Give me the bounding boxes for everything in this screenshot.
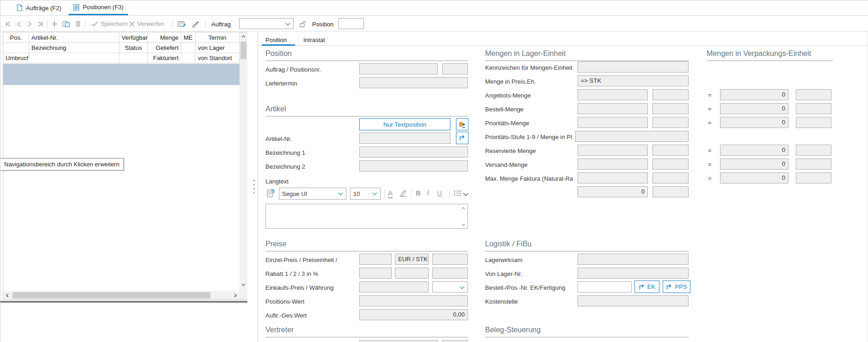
vpe-field-4b[interactable] — [796, 145, 831, 156]
copy-record-button[interactable] — [61, 18, 71, 30]
col-von-standort[interactable]: von Standort — [196, 53, 240, 63]
langtext-textarea[interactable] — [265, 204, 468, 229]
scroll-right-arrow[interactable] — [231, 291, 240, 299]
highlight-pen-button[interactable] — [399, 189, 407, 198]
font-size-select[interactable]: 10 — [350, 188, 381, 200]
vpe-field-3b[interactable] — [796, 117, 831, 128]
col-termin[interactable]: Termin — [196, 33, 240, 43]
vpe-field-5[interactable]: 0 — [720, 159, 788, 170]
bezeichnung1-field[interactable] — [359, 147, 468, 158]
vpe-field-4[interactable]: 0 — [720, 145, 788, 156]
scroll-down-arrow[interactable] — [240, 281, 247, 289]
print-edit-button[interactable] — [176, 18, 187, 30]
col-pos[interactable]: Pos. — [3, 33, 29, 43]
col-status[interactable]: Status — [119, 43, 148, 53]
nav-collapse-handle[interactable] — [252, 180, 256, 194]
artikel-nr-field[interactable] — [359, 133, 450, 144]
scroll-left-arrow[interactable] — [3, 291, 12, 299]
selected-row[interactable] — [3, 64, 240, 85]
first-record-button[interactable] — [4, 18, 12, 30]
col-von-lager[interactable]: von Lager — [196, 43, 240, 53]
preiseinheit-field[interactable]: EUR / STK — [395, 254, 429, 265]
lagerwirksam-field[interactable] — [578, 254, 689, 265]
position-input[interactable] — [339, 18, 364, 29]
discard-button[interactable]: Verwerfen — [124, 18, 169, 30]
max-menge-field[interactable] — [578, 172, 648, 183]
bestell-pos-nr-field[interactable] — [578, 281, 632, 293]
prioritaets-menge-field[interactable] — [578, 117, 648, 128]
tab-auftraege[interactable]: Aufträge (F2) — [12, 0, 66, 15]
reservierte-menge-field2[interactable] — [653, 145, 689, 156]
vpe-field-1b[interactable] — [796, 89, 831, 100]
col-fakturiert[interactable]: Fakturiert — [148, 53, 181, 63]
rabatt3-field[interactable] — [432, 268, 468, 279]
bestell-menge-field2[interactable] — [653, 103, 689, 114]
col-menge[interactable]: Menge — [148, 33, 181, 43]
preis-faktor-field[interactable] — [432, 254, 468, 265]
textarea-scroll-down[interactable] — [460, 221, 467, 228]
nav-vscrollbar[interactable] — [240, 32, 247, 299]
col-bezeichnung[interactable]: Bezeichnung — [29, 43, 119, 53]
edit-strike-button[interactable] — [190, 18, 201, 30]
vpe-field-3[interactable]: 0 — [720, 117, 788, 128]
last-record-button[interactable] — [36, 18, 44, 30]
col-artikel-nr[interactable]: Artikel-Nr. — [29, 33, 119, 43]
font-color-button[interactable]: A — [388, 189, 393, 198]
vertreter-field[interactable] — [359, 340, 438, 342]
von-lager-nr-field[interactable] — [578, 268, 689, 279]
ek-button[interactable]: EK — [634, 281, 659, 293]
vpe-field-6b[interactable] — [796, 172, 831, 183]
rabatt1-field[interactable] — [359, 268, 392, 279]
positionswert-field[interactable] — [359, 295, 468, 306]
italic-button[interactable]: I — [427, 189, 429, 197]
vpe-field-5b[interactable] — [796, 159, 831, 170]
hscroll-thumb[interactable] — [12, 292, 210, 299]
artikel-suche-button[interactable] — [456, 118, 468, 130]
gesamtwert-field[interactable]: 0,00 — [359, 309, 468, 320]
goto-artikel-button[interactable] — [456, 132, 468, 144]
versand-menge-field[interactable] — [578, 159, 648, 170]
vpe-field-6[interactable]: 0 — [720, 172, 788, 183]
vpe-field-2[interactable]: 0 — [720, 103, 788, 114]
menge-summe-field[interactable]: 0 — [578, 186, 648, 197]
col-me[interactable]: ME — [181, 33, 196, 43]
einkaufspreis-field[interactable] — [359, 281, 429, 293]
rabatt2-field[interactable] — [395, 268, 429, 279]
bezeichnung2-field[interactable] — [359, 160, 468, 171]
col-verfuegbar[interactable]: Verfügbar — [119, 33, 148, 43]
kennzeichen-field[interactable] — [578, 61, 689, 73]
vpe-field-2b[interactable] — [796, 103, 831, 114]
liefertermin-field[interactable] — [359, 77, 468, 88]
detail-tab-intrastat[interactable]: Intrastat — [303, 34, 325, 46]
kostenstelle-field[interactable] — [578, 295, 689, 306]
waehrung-select[interactable] — [432, 281, 468, 293]
auftrag-nr-field[interactable] — [359, 63, 438, 74]
vertreter-field2[interactable] — [442, 340, 468, 342]
scroll-up-arrow[interactable] — [240, 32, 247, 41]
vscroll-thumb[interactable] — [240, 42, 246, 59]
delete-record-button[interactable] — [74, 18, 82, 30]
auftrag-combobox[interactable] — [239, 18, 294, 29]
editor-more-chevron[interactable] — [463, 191, 468, 198]
unlock-icon-button[interactable] — [297, 18, 308, 30]
font-family-select[interactable]: Segoe UI — [279, 188, 346, 200]
pps-button[interactable]: PPS — [663, 281, 690, 293]
positionsnr-field[interactable] — [442, 63, 468, 74]
prioritaets-menge-field2[interactable] — [653, 117, 689, 128]
paste-text-icon-button[interactable] — [267, 189, 276, 198]
versand-menge-field2[interactable] — [653, 159, 689, 170]
max-menge-field2[interactable] — [653, 172, 689, 183]
tab-positionen[interactable]: Positionen (F3) — [68, 0, 128, 15]
angebots-menge-field2[interactable] — [653, 89, 689, 100]
reservierte-menge-field[interactable] — [578, 145, 648, 156]
menge-summe-field2[interactable] — [653, 186, 689, 197]
horizontal-splitter[interactable] — [0, 301, 247, 303]
next-record-button[interactable] — [26, 18, 33, 30]
prev-record-button[interactable] — [15, 18, 23, 30]
einzelpreis-field[interactable] — [359, 254, 392, 265]
nur-textposition-button[interactable]: Nur Textposition — [359, 118, 450, 130]
menge-preiseh-field[interactable]: => STK — [578, 75, 689, 86]
prioritaets-stufe-field[interactable] — [575, 131, 689, 142]
col-umbruch[interactable]: Umbruch — [3, 53, 29, 63]
underline-button[interactable]: U — [437, 189, 442, 197]
